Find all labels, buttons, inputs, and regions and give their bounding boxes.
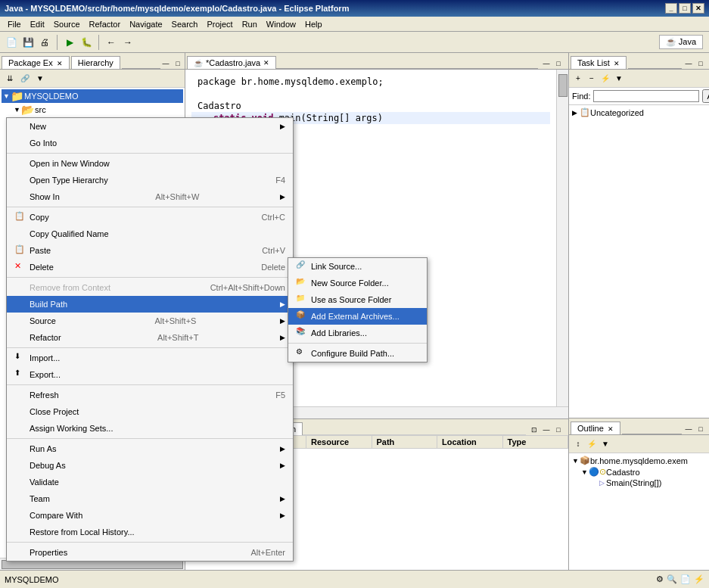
ctx-assign-working-sets[interactable]: Assign Working Sets... — [7, 420, 293, 437]
ctx-export[interactable]: ⬆ Export... — [7, 366, 293, 383]
outline-method[interactable]: ▷ S main(String[]) — [571, 478, 707, 488]
submenu-new-source-folder[interactable]: 📂 New Source Folder... — [288, 275, 427, 291]
menu-search[interactable]: Search — [167, 18, 203, 30]
submenu-use-as-source-folder[interactable]: 📁 Use as Source Folder — [288, 291, 427, 308]
maximize-editor[interactable]: □ — [553, 58, 564, 69]
ctx-build-path[interactable]: Build Path ▶ — [7, 296, 293, 313]
ctx-close-project[interactable]: Close Project — [7, 403, 293, 420]
outline-package[interactable]: ▼ 📦 br.home.mysqldemo.exem — [571, 455, 707, 466]
ctx-copy[interactable]: 📋 Copy Ctrl+C — [7, 209, 293, 226]
perspective-button[interactable]: ☕ Java — [659, 35, 703, 49]
ctx-sep-6 — [7, 438, 293, 439]
task-new-btn[interactable]: + — [572, 73, 584, 85]
ctx-validate[interactable]: Validate — [7, 474, 293, 490]
submenu-link-source[interactable]: 🔗 Link Source... — [288, 258, 427, 275]
ctx-team[interactable]: Team ▶ — [7, 490, 293, 507]
hierarchy-tab[interactable]: Hierarchy — [71, 56, 120, 69]
restore-icon — [14, 526, 26, 538]
save-button[interactable]: 💾 — [20, 34, 36, 51]
ctx-refactor[interactable]: Refactor Alt+Shift+T ▶ — [7, 329, 293, 346]
forward-button[interactable]: → — [120, 34, 136, 51]
bottom-panel-btn[interactable]: ⊡ — [529, 425, 540, 435]
code-line-3: Cadastro — [191, 100, 550, 112]
debug-as-arrow: ▶ — [280, 462, 285, 469]
menu-edit[interactable]: Edit — [26, 18, 49, 30]
ctx-run-as[interactable]: Run As ▶ — [7, 440, 293, 457]
minimize-bottom-panel[interactable]: — — [541, 425, 552, 435]
view-menu-button[interactable]: ▼ — [33, 72, 47, 86]
collapse-all-button[interactable]: ⇊ — [3, 72, 17, 86]
close-left-tab-icon[interactable]: ✕ — [57, 60, 63, 67]
ctx-delete[interactable]: ✕ Delete Delete — [7, 259, 293, 275]
task-menu-btn[interactable]: ▼ — [613, 73, 625, 85]
outline-tab[interactable]: Outline ✕ — [571, 422, 620, 434]
new-button[interactable]: 📄 — [3, 34, 20, 51]
maximize-bottom-panel[interactable]: □ — [553, 425, 564, 435]
menu-window[interactable]: Window — [262, 18, 300, 30]
ctx-debug-as[interactable]: Debug As ▶ — [7, 457, 293, 474]
task-list-content: ▶ 📋 Uncategorized — [569, 105, 709, 418]
close-outline-tab-icon[interactable]: ✕ — [608, 425, 614, 433]
menu-navigate[interactable]: Navigate — [125, 18, 166, 30]
window-controls[interactable]: _ □ ✕ — [665, 3, 704, 14]
ctx-refresh[interactable]: Refresh F5 — [7, 387, 293, 403]
editor-tab-cadastro[interactable]: ☕ *Cadastro.java ✕ — [187, 56, 276, 69]
find-all-button[interactable]: All — [702, 89, 709, 103]
ctx-new[interactable]: New ▶ — [7, 118, 293, 135]
package-explorer-tab[interactable]: Package Ex ✕ — [2, 56, 70, 69]
min-outline[interactable]: — — [683, 424, 694, 434]
minimize-editor[interactable]: — — [541, 58, 552, 69]
ctx-show-in[interactable]: Show In Alt+Shift+W ▶ — [7, 188, 293, 205]
outline-filter-btn[interactable]: ⚡ — [586, 438, 598, 450]
submenu-add-libraries[interactable]: 📚 Add Libraries... — [288, 325, 427, 341]
task-del-btn[interactable]: − — [586, 73, 598, 85]
menu-refactor[interactable]: Refactor — [85, 18, 126, 30]
editor-vscroll-thumb[interactable] — [558, 74, 568, 97]
editor-vscroll[interactable] — [556, 70, 568, 406]
close-editor-tab-icon[interactable]: ✕ — [263, 59, 269, 67]
min-task[interactable]: — — [683, 58, 694, 69]
tree-item-src[interactable]: ▼ 📂 src — [2, 103, 183, 117]
ctx-copy-qualified[interactable]: Copy Qualified Name — [7, 226, 293, 242]
close-button[interactable]: ✕ — [692, 3, 704, 14]
link-editor-button[interactable]: 🔗 — [18, 72, 32, 86]
menu-help[interactable]: Help — [300, 18, 327, 30]
outline-class[interactable]: ▼ 🔵 ⊙ Cadastro — [571, 466, 707, 478]
print-button[interactable]: 🖨 — [36, 34, 53, 51]
ctx-restore-local[interactable]: Restore from Local History... — [7, 524, 293, 540]
minimize-button[interactable]: _ — [665, 3, 677, 14]
outline-toolbar: ↕ ⚡ ▼ — [569, 435, 709, 453]
uncategorized-item[interactable]: ▶ 📋 Uncategorized — [571, 107, 707, 118]
close-task-tab-icon[interactable]: ✕ — [614, 60, 620, 67]
task-list-tab[interactable]: Task List ✕ — [571, 56, 627, 69]
ctx-import[interactable]: ⬇ Import... — [7, 350, 293, 366]
submenu-add-external-archives[interactable]: 📦 Add External Archives... — [288, 308, 427, 325]
ctx-altshiftt-shortcut: Alt+Shift+T — [157, 333, 198, 342]
ctx-open-type-hierarchy[interactable]: Open Type Hierarchy F4 — [7, 172, 293, 188]
maximize-left-panel[interactable]: □ — [173, 58, 183, 69]
ctx-properties[interactable]: Properties Alt+Enter — [7, 544, 293, 561]
max-task[interactable]: □ — [695, 58, 706, 69]
ctx-compare-with[interactable]: Compare With ▶ — [7, 507, 293, 524]
uncategorized-icon: 📋 — [580, 107, 590, 117]
menu-run[interactable]: Run — [238, 18, 262, 30]
ctx-paste[interactable]: 📋 Paste Ctrl+V — [7, 242, 293, 259]
debug-button[interactable]: 🐛 — [78, 34, 95, 51]
maximize-button[interactable]: □ — [679, 3, 691, 14]
menu-project[interactable]: Project — [202, 18, 237, 30]
back-button[interactable]: ← — [103, 34, 120, 51]
menu-source[interactable]: Source — [49, 18, 85, 30]
max-outline[interactable]: □ — [695, 424, 706, 434]
minimize-left-panel[interactable]: — — [160, 58, 171, 69]
task-filter-btn[interactable]: ⚡ — [599, 73, 611, 85]
ctx-open-new-window[interactable]: Open in New Window — [7, 155, 293, 172]
run-button[interactable]: ▶ — [61, 34, 78, 51]
tree-item-mysqldemo[interactable]: ▼ 📁 MYSQLDEMO — [2, 89, 183, 103]
submenu-configure-build-path[interactable]: ⚙ Configure Build Path... — [288, 345, 427, 362]
outline-menu-btn[interactable]: ▼ — [599, 438, 611, 450]
outline-sort-btn[interactable]: ↕ — [572, 438, 584, 450]
menu-file[interactable]: File — [3, 18, 26, 30]
task-find-input[interactable] — [593, 90, 699, 102]
ctx-source[interactable]: Source Alt+Shift+S ▶ — [7, 313, 293, 329]
ctx-go-into[interactable]: Go Into — [7, 135, 293, 151]
